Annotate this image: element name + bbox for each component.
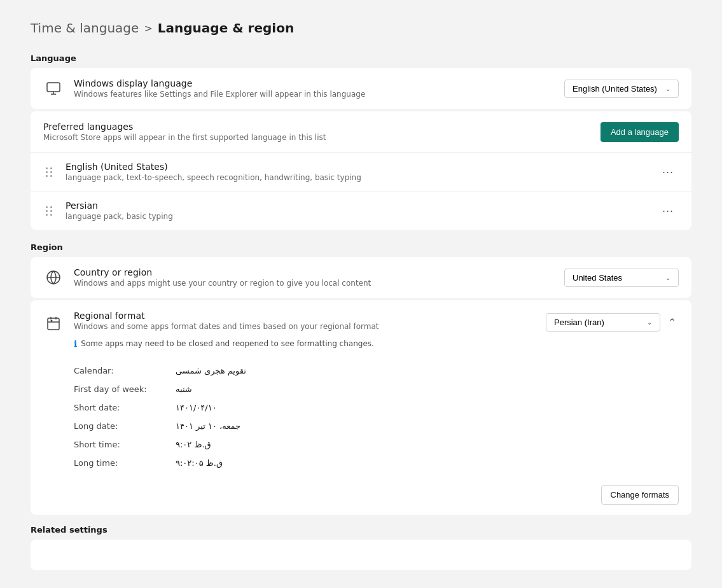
long-time-value: ق.ظ ۹:۰۲:۰۵ — [176, 456, 679, 470]
regional-format-dropdown[interactable]: Persian (Iran) ⌄ — [546, 313, 660, 332]
drag-handle-english[interactable] — [43, 165, 55, 179]
drag-handle-persian[interactable] — [43, 204, 55, 218]
breadcrumb-current: Language & region — [158, 20, 294, 36]
regional-format-dropdown-value: Persian (Iran) — [554, 318, 604, 327]
english-language-name: English (United States) — [66, 162, 647, 172]
short-time-value: ق.ظ ۹:۰۲ — [176, 438, 679, 451]
country-region-action: United States ⌄ — [564, 269, 679, 287]
windows-display-action: English (United States) ⌄ — [564, 80, 679, 98]
language-item-english: English (United States) language pack, t… — [31, 153, 691, 192]
country-region-subtitle: Windows and apps might use your country … — [74, 279, 554, 288]
first-day-label: First day of week: — [74, 382, 176, 396]
preferred-languages-title: Preferred languages — [43, 122, 601, 132]
english-language-detail: language pack, text-to-speech, speech re… — [66, 173, 647, 182]
long-date-label: Long date: — [74, 419, 176, 433]
windows-display-dropdown[interactable]: English (United States) ⌄ — [564, 80, 679, 98]
add-language-button[interactable]: Add a language — [601, 122, 679, 142]
windows-display-title: Windows display language — [74, 78, 554, 88]
persian-more-button[interactable]: ··· — [657, 202, 679, 220]
regional-format-title: Regional format — [74, 311, 536, 321]
related-settings-card — [31, 540, 691, 570]
preferred-languages-subtitle: Microsoft Store apps will appear in the … — [43, 133, 601, 142]
windows-display-content: Windows display language Windows feature… — [74, 78, 554, 99]
regional-format-subtitle: Windows and some apps format dates and t… — [74, 322, 536, 331]
windows-display-language-card: Windows display language Windows feature… — [31, 68, 691, 109]
regional-format-info-row: ℹ Some apps may need to be closed and re… — [31, 333, 691, 356]
change-formats-row: Change formats — [31, 477, 691, 515]
short-date-value: ۱۴۰۱/۰۴/۱۰ — [176, 401, 679, 414]
country-region-content: Country or region Windows and apps might… — [74, 267, 554, 288]
english-language-content: English (United States) language pack, t… — [66, 162, 647, 182]
short-date-label: Short date: — [74, 401, 176, 414]
country-region-dropdown[interactable]: United States ⌄ — [564, 269, 679, 287]
preferred-languages-header: Preferred languages Microsoft Store apps… — [31, 111, 691, 153]
windows-display-language-row: Windows display language Windows feature… — [31, 68, 691, 109]
persian-language-content: Persian language pack, basic typing — [66, 200, 647, 221]
short-time-label: Short time: — [74, 438, 176, 451]
regional-format-header: Regional format Windows and some apps fo… — [31, 300, 691, 333]
long-date-value: جمعه، ۱۰ تیر ۱۴۰۱ — [176, 419, 679, 433]
country-chevron-down-icon: ⌄ — [665, 274, 670, 281]
english-more-button[interactable]: ··· — [657, 163, 679, 181]
calendar-value: تقویم هجری شمسی — [176, 364, 679, 377]
related-settings-title: Related settings — [31, 525, 691, 535]
country-region-title: Country or region — [74, 267, 554, 277]
language-section-title: Language — [31, 53, 691, 63]
related-settings-row — [31, 540, 691, 570]
windows-display-subtitle: Windows features like Settings and File … — [74, 90, 554, 99]
preferred-languages-content: Preferred languages Microsoft Store apps… — [43, 122, 601, 142]
country-region-card: Country or region Windows and apps might… — [31, 257, 691, 298]
calendar-label: Calendar: — [74, 364, 176, 377]
change-formats-button[interactable]: Change formats — [601, 485, 679, 505]
monitor-icon — [43, 78, 64, 99]
chevron-down-icon: ⌄ — [665, 85, 670, 92]
breadcrumb: Time & language > Language & region — [31, 20, 691, 36]
persian-language-detail: language pack, basic typing — [66, 212, 647, 221]
windows-display-dropdown-value: English (United States) — [573, 84, 657, 94]
format-icon — [43, 313, 64, 333]
svg-point-3 — [51, 320, 53, 322]
preferred-languages-card: Preferred languages Microsoft Store apps… — [31, 111, 691, 230]
globe-icon — [43, 267, 64, 288]
regional-format-action: Persian (Iran) ⌄ ⌃ — [546, 311, 679, 332]
breadcrumb-separator: > — [144, 22, 152, 34]
persian-language-name: Persian — [66, 200, 647, 211]
settings-page: Time & language > Language & region Lang… — [0, 0, 722, 588]
svg-rect-2 — [48, 318, 59, 330]
regional-format-collapse-button[interactable]: ⌃ — [665, 314, 679, 331]
regional-format-chevron-icon: ⌄ — [647, 319, 652, 326]
format-details-table: Calendar: تقویم هجری شمسی First day of w… — [31, 356, 691, 477]
regional-format-info-text: Some apps may need to be closed and reop… — [81, 339, 374, 348]
long-time-label: Long time: — [74, 456, 176, 470]
first-day-value: شنبه — [176, 382, 679, 396]
svg-rect-0 — [47, 83, 60, 92]
regional-format-card: Regional format Windows and some apps fo… — [31, 300, 691, 515]
country-region-row: Country or region Windows and apps might… — [31, 257, 691, 298]
info-icon: ℹ — [74, 339, 77, 349]
region-section-title: Region — [31, 242, 691, 252]
breadcrumb-parent[interactable]: Time & language — [31, 20, 139, 36]
regional-format-info: Regional format Windows and some apps fo… — [74, 311, 536, 331]
language-item-persian: Persian language pack, basic typing ··· — [31, 192, 691, 230]
country-region-dropdown-value: United States — [573, 273, 622, 283]
